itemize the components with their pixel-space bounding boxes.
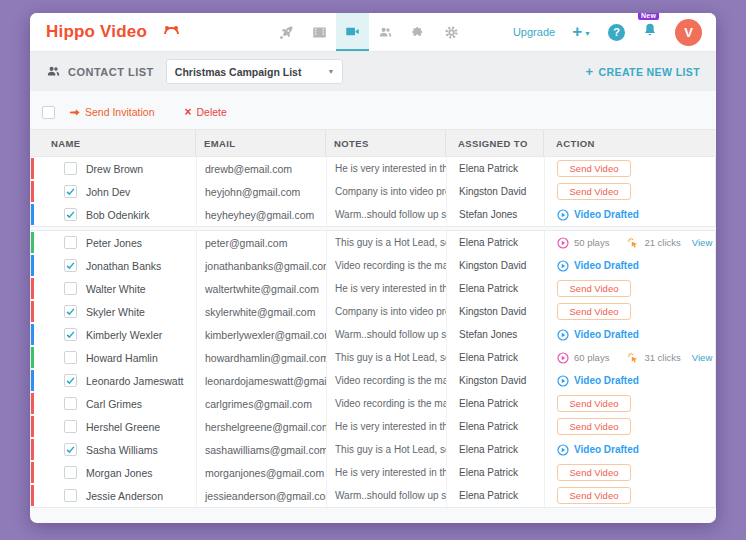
contact-notes: This guy is a Hot Lead, so...: [335, 237, 446, 248]
row-checkbox[interactable]: [64, 208, 77, 221]
contact-email: skylerwhite@gmail.com: [205, 306, 315, 318]
clicks-count: 21 clicks: [644, 237, 680, 248]
contact-notes: He is very interested in the prod...: [335, 283, 446, 294]
column-header-notes: NOTES: [325, 130, 445, 156]
contact-notes: Warm..should follow up so....: [335, 209, 446, 220]
contact-assigned: Elena Patrick: [459, 352, 518, 363]
row-stripe: [31, 439, 34, 460]
row-stripe: [31, 416, 34, 437]
video-drafted-label: Video Drafted: [574, 329, 639, 340]
contact-name: Carl Grimes: [86, 398, 142, 410]
row-stripe: [31, 324, 34, 345]
table-row: Jessie Anderson jessieanderson@gmail.com…: [31, 484, 715, 507]
row-stripe: [31, 462, 34, 483]
contacts-icon: [46, 61, 68, 83]
contact-name: Skyler White: [86, 306, 145, 318]
row-checkbox[interactable]: [64, 351, 77, 364]
logo-text: Hippo Video: [46, 22, 147, 42]
contact-assigned: Elena Patrick: [459, 444, 518, 455]
plus-icon: +: [586, 64, 594, 79]
send-invitation-button[interactable]: Send Invitation: [69, 106, 154, 118]
row-checkbox[interactable]: [64, 328, 77, 341]
contact-notes: This guy is a Hot Lead, so.....: [335, 444, 446, 455]
delete-button[interactable]: × Delete: [184, 105, 226, 119]
row-checkbox[interactable]: [64, 420, 77, 433]
nav-video-camera-icon[interactable]: [336, 13, 369, 51]
row-checkbox[interactable]: [64, 305, 77, 318]
contact-notes: Warm..should follow up so....: [335, 329, 446, 340]
select-all-checkbox[interactable]: [42, 106, 55, 119]
send-video-button[interactable]: Send Video: [557, 303, 631, 320]
contact-assigned: Elena Patrick: [459, 398, 518, 409]
nav-gear-icon[interactable]: [435, 13, 468, 51]
list-dropdown-value: Christmas Campaign List: [175, 66, 302, 78]
contact-name: Morgan Jones: [86, 467, 153, 479]
row-checkbox[interactable]: [64, 466, 77, 479]
send-video-button[interactable]: Send Video: [557, 487, 631, 504]
contact-assigned: Elena Patrick: [459, 163, 518, 174]
video-drafted-link[interactable]: Video Drafted: [557, 375, 639, 387]
video-drafted-link[interactable]: Video Drafted: [557, 329, 639, 341]
row-checkbox[interactable]: [64, 374, 77, 387]
video-drafted-link[interactable]: Video Drafted: [557, 260, 639, 272]
table-row: Carl Grimes carlgrimes@gmail.com Video r…: [31, 392, 715, 415]
contact-list-bar: CONTACT LIST Christmas Campaign List ▼ +…: [30, 52, 716, 91]
new-badge: New: [638, 13, 659, 20]
contact-name: Sasha Williams: [86, 444, 158, 456]
table-row: Morgan Jones morganjones@gmail.com He is…: [31, 461, 715, 484]
row-checkbox[interactable]: [64, 236, 77, 249]
contact-assigned: Kingston David: [459, 306, 526, 317]
row-checkbox[interactable]: [64, 259, 77, 272]
video-drafted-link[interactable]: Video Drafted: [557, 209, 639, 221]
app-header: Hippo Video Upgrade +▼: [30, 13, 716, 52]
plays-count: 50 plays: [574, 237, 609, 248]
bell-icon: [642, 22, 658, 38]
table-row: Kimberly Wexler kimberlywexler@gmail.com…: [31, 323, 715, 346]
play-circle-icon: [557, 209, 569, 221]
video-drafted-link[interactable]: Video Drafted: [557, 444, 639, 456]
send-video-button[interactable]: Send Video: [557, 464, 631, 481]
nav-rocket-icon[interactable]: [270, 13, 303, 51]
table-row: Drew Brown drewb@email.com He is very in…: [31, 157, 715, 180]
create-new-list-button[interactable]: + CREATE NEW LIST: [586, 64, 700, 79]
nav-users-icon[interactable]: [369, 13, 402, 51]
add-menu-button[interactable]: +▼: [572, 22, 591, 42]
nav-puzzle-icon[interactable]: [402, 13, 435, 51]
view-all-link[interactable]: View all: [692, 352, 715, 363]
table-row: John Dev heyjohn@gmail.com Company is in…: [31, 180, 715, 203]
contact-notes: He is very interested in the prod...: [335, 163, 446, 174]
contact-assigned: Stefan Jones: [459, 209, 517, 220]
send-video-button[interactable]: Send Video: [557, 160, 631, 177]
row-checkbox[interactable]: [64, 443, 77, 456]
column-header-name: NAME: [30, 130, 195, 156]
row-checkbox[interactable]: [64, 489, 77, 502]
send-video-button[interactable]: Send Video: [557, 280, 631, 297]
play-circle-icon: [557, 375, 569, 387]
plays-count: 60 plays: [574, 352, 609, 363]
contact-name: Bob Odenkirk: [86, 209, 150, 221]
nav-film-icon[interactable]: [303, 13, 336, 51]
upgrade-link[interactable]: Upgrade: [513, 26, 555, 38]
video-drafted-label: Video Drafted: [574, 260, 639, 271]
row-stripe: [31, 393, 34, 414]
list-dropdown[interactable]: Christmas Campaign List ▼: [166, 59, 344, 84]
send-video-button[interactable]: Send Video: [557, 418, 631, 435]
logo[interactable]: Hippo Video: [30, 13, 180, 51]
row-stripe: [31, 347, 34, 368]
notifications-button[interactable]: New: [642, 22, 658, 42]
plays-icon: [557, 352, 569, 364]
table-row: Bob Odenkirk heyheyhey@gmail.com Warm..s…: [31, 203, 715, 226]
contact-notes: Video recording is the mai...: [335, 375, 446, 386]
contact-email: kimberlywexler@gmail.com: [205, 329, 326, 341]
avatar[interactable]: V: [675, 19, 702, 46]
help-button[interactable]: ?: [608, 24, 625, 41]
send-video-button[interactable]: Send Video: [557, 395, 631, 412]
send-video-button[interactable]: Send Video: [557, 183, 631, 200]
row-checkbox[interactable]: [64, 397, 77, 410]
view-all-link[interactable]: View all: [692, 237, 715, 248]
row-checkbox[interactable]: [64, 162, 77, 175]
users-icon: [378, 25, 393, 40]
row-checkbox[interactable]: [64, 282, 77, 295]
contact-name: Leonardo Jameswatt: [86, 375, 183, 387]
row-checkbox[interactable]: [64, 185, 77, 198]
